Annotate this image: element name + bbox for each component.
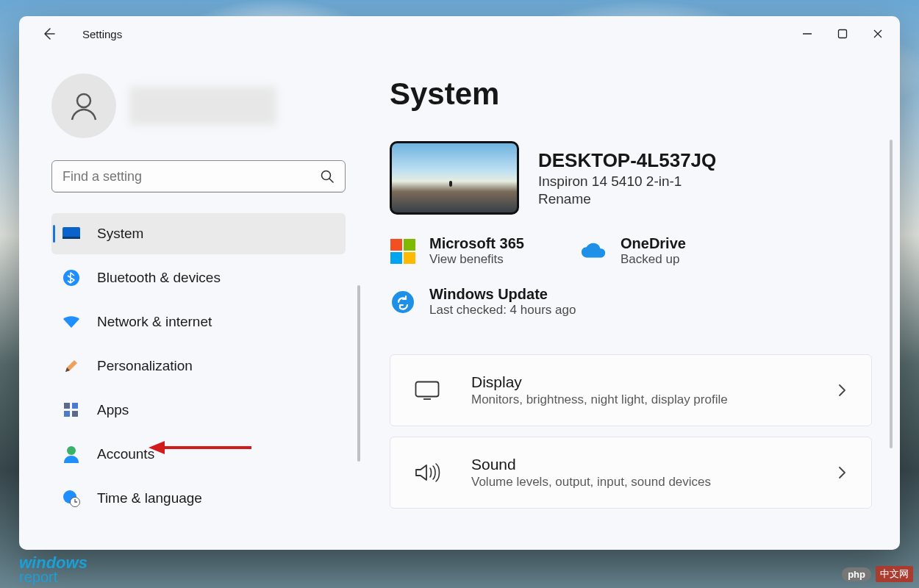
display-icon [62, 224, 81, 243]
settings-cards: Display Monitors, brightness, night ligh… [390, 354, 878, 509]
avatar [51, 74, 116, 138]
svg-rect-8 [64, 411, 70, 417]
sidebar-item-personalization[interactable]: Personalization [51, 345, 346, 387]
main-content: System DESKTOP-4L537JQ Inspiron 14 5410 … [357, 51, 900, 550]
close-button[interactable] [860, 19, 895, 49]
svg-rect-7 [72, 403, 78, 409]
bluetooth-icon [62, 268, 81, 287]
chevron-right-icon [833, 466, 851, 479]
status-title: Microsoft 365 [429, 235, 524, 252]
sidebar-item-system[interactable]: System [51, 213, 346, 254]
svg-point-1 [77, 94, 90, 107]
close-icon [873, 29, 883, 39]
rename-link[interactable]: Rename [538, 191, 716, 207]
card-subtitle: Monitors, brightness, night light, displ… [471, 392, 805, 407]
paintbrush-icon [62, 356, 81, 376]
watermark-badge: php [842, 567, 871, 581]
sidebar-item-apps[interactable]: Apps [51, 390, 346, 431]
microsoft-365-icon [390, 238, 416, 265]
update-icon [390, 289, 416, 315]
minimize-button[interactable] [790, 19, 825, 49]
main-scrollbar[interactable] [890, 140, 893, 448]
sidebar-item-label: Time & language [97, 490, 202, 506]
search-box[interactable] [51, 160, 346, 193]
onedrive-icon [581, 238, 607, 265]
settings-window: Settings [19, 16, 900, 550]
svg-rect-4 [62, 237, 80, 239]
desktop-preview-thumbnail[interactable] [390, 141, 519, 215]
status-subtitle: Backed up [621, 252, 686, 267]
card-title: Sound [471, 456, 805, 473]
status-windows-update[interactable]: Windows Update Last checked: 4 hours ago [390, 286, 576, 318]
status-grid: Microsoft 365 View benefits OneDrive Bac… [390, 235, 878, 318]
watermark-right: php 中文网 [842, 566, 913, 582]
sidebar-item-bluetooth[interactable]: Bluetooth & devices [51, 257, 346, 298]
status-microsoft-365[interactable]: Microsoft 365 View benefits [390, 235, 551, 267]
monitor-icon [411, 381, 443, 400]
search-input[interactable] [62, 169, 320, 184]
sidebar-item-accounts[interactable]: Accounts [51, 434, 346, 475]
chevron-right-icon [833, 384, 851, 397]
minimize-icon [802, 29, 812, 39]
page-title: System [390, 76, 878, 112]
device-summary: DESKTOP-4L537JQ Inspiron 14 5410 2-in-1 … [390, 141, 878, 215]
titlebar: Settings [19, 16, 900, 51]
back-button[interactable] [34, 19, 63, 49]
watermark-text: report [19, 570, 87, 584]
card-sound[interactable]: Sound Volume levels, output, input, soun… [390, 437, 872, 509]
sidebar-item-label: Accounts [97, 446, 154, 462]
sidebar-item-label: Bluetooth & devices [97, 270, 221, 286]
sidebar-item-label: Personalization [97, 358, 193, 374]
search-icon [320, 169, 335, 184]
status-title: Windows Update [429, 286, 576, 303]
maximize-icon [837, 29, 848, 39]
speaker-icon [411, 462, 443, 483]
person-icon [67, 89, 101, 123]
card-subtitle: Volume levels, output, input, sound devi… [471, 475, 805, 490]
wifi-icon [62, 312, 81, 331]
svg-rect-6 [64, 403, 70, 409]
user-name-blurred [129, 87, 276, 125]
globe-clock-icon [62, 489, 81, 508]
sidebar-item-label: System [97, 226, 143, 242]
maximize-button[interactable] [825, 19, 860, 49]
status-subtitle: View benefits [429, 252, 524, 267]
status-onedrive[interactable]: OneDrive Backed up [581, 235, 743, 267]
sidebar-item-label: Apps [97, 402, 129, 418]
sidebar-item-time-language[interactable]: Time & language [51, 478, 346, 519]
device-model: Inspiron 14 5410 2-in-1 [538, 173, 716, 190]
sidebar: System Bluetooth & devices Network & int… [19, 51, 357, 550]
svg-rect-0 [839, 30, 847, 38]
apps-icon [62, 401, 81, 420]
device-name: DESKTOP-4L537JQ [538, 149, 716, 172]
person-colored-icon [62, 445, 81, 464]
watermark-left: windows report [19, 556, 87, 584]
card-display[interactable]: Display Monitors, brightness, night ligh… [390, 354, 872, 426]
arrow-left-icon [41, 26, 56, 41]
app-title: Settings [82, 28, 122, 40]
watermark-text: 中文网 [876, 566, 913, 582]
sidebar-nav: System Bluetooth & devices Network & int… [51, 213, 346, 519]
svg-point-10 [67, 446, 76, 455]
sidebar-item-network[interactable]: Network & internet [51, 301, 346, 343]
status-subtitle: Last checked: 4 hours ago [429, 303, 576, 318]
status-title: OneDrive [621, 235, 686, 252]
user-account-block[interactable] [51, 74, 347, 138]
sidebar-item-label: Network & internet [97, 314, 212, 330]
svg-rect-14 [416, 382, 439, 397]
card-title: Display [471, 373, 805, 391]
svg-rect-9 [72, 411, 78, 417]
